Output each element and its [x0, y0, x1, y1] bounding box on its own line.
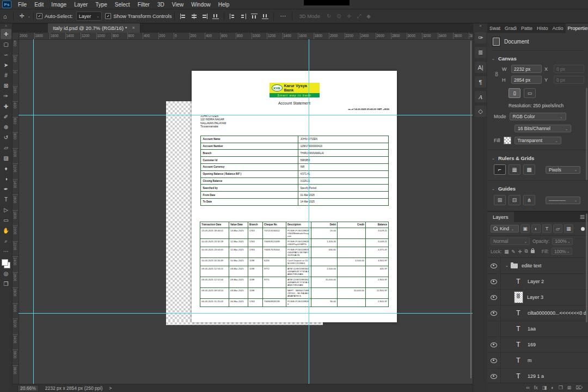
layer-filter-icon[interactable]: ◐ [531, 224, 541, 233]
panel-tab[interactable]: Properties [566, 23, 588, 33]
status-chevron-icon[interactable]: > [109, 385, 112, 391]
layers-tab[interactable]: Layers [487, 212, 514, 222]
layers-action-icon[interactable]: fx [534, 385, 538, 390]
move-tool-icon[interactable]: ✛ [16, 13, 28, 20]
panel-tab[interactable]: Actio [550, 23, 566, 33]
show-transform-checkbox[interactable]: ✓ [105, 13, 111, 19]
lock-option-icon[interactable]: ✎ [511, 249, 515, 254]
3d-mode-icon[interactable]: ↻ [324, 13, 334, 20]
tool-button[interactable]: ✛ [1, 29, 11, 39]
layer-filter-dropdown[interactable]: Kind ⌄ [491, 225, 519, 232]
dock-panel-icon[interactable]: ¶ [475, 76, 486, 88]
more-options-icon[interactable]: ⋯ [277, 13, 289, 20]
align-left-icon[interactable] [180, 14, 186, 19]
quick-mask-button[interactable]: ◎ [1, 268, 11, 279]
layers-action-icon[interactable]: ⊞ [567, 385, 572, 390]
landscape-orientation-button[interactable]: ▭ [524, 88, 536, 98]
3d-mode-icon[interactable]: ✛ [344, 13, 354, 20]
layers-scrollbar[interactable] [586, 213, 587, 322]
menu-item[interactable]: Filter [134, 2, 154, 8]
menu-item[interactable]: File [14, 2, 30, 8]
color-mode-dropdown[interactable]: RGB Color⌄ [510, 113, 566, 120]
tool-button[interactable]: ✐ [1, 112, 11, 122]
guide-vertical[interactable] [309, 39, 309, 384]
tool-button[interactable]: ✒ [1, 184, 11, 194]
layer-row[interactable]: ⌄ T edite text [487, 258, 588, 274]
layers-action-icon[interactable]: ◐ [551, 385, 554, 390]
link-dimensions-icon[interactable]: 8 [494, 71, 499, 77]
panel-tab[interactable]: Gradi [503, 23, 519, 33]
lock-option-icon[interactable]: ✛ [518, 249, 522, 254]
tool-button[interactable]: ▱ [1, 143, 11, 153]
3d-mode-icon[interactable]: ⤢ [354, 13, 364, 20]
guide-horizontal[interactable] [19, 313, 473, 314]
guides-button[interactable]: ⊟ [509, 195, 520, 205]
canvas-scrollbar[interactable] [470, 41, 471, 378]
tool-button[interactable]: ➤ [1, 60, 11, 70]
menu-item[interactable]: Window [187, 2, 215, 8]
tool-button[interactable]: ⋯ [1, 246, 11, 256]
lock-option-icon[interactable]: ▦ [504, 249, 509, 254]
visibility-toggle[interactable] [487, 290, 501, 305]
lock-option-icon[interactable] [531, 248, 535, 254]
tool-button[interactable]: ↺ [1, 132, 11, 143]
zoom-level-field[interactable]: 20.66% [17, 385, 39, 392]
tool-button[interactable]: ⌕ [1, 236, 11, 246]
panel-tab[interactable]: Patte [519, 23, 535, 33]
tool-button[interactable]: ▨ [1, 153, 11, 163]
visibility-toggle[interactable] [487, 258, 501, 273]
layer-row[interactable]: ⌄ T 129 1 a [487, 369, 588, 384]
layer-name[interactable]: m [528, 358, 532, 363]
distribute-right-icon[interactable] [240, 14, 247, 19]
close-icon[interactable]: × [132, 25, 134, 30]
canvas-area[interactable]: 2000180016001400120010008006004002000200… [12, 33, 473, 384]
layer-filter-icon[interactable]: T [542, 224, 552, 233]
layers-action-icon[interactable]: ❐ [559, 385, 563, 390]
align-center-icon[interactable] [191, 14, 197, 19]
layer-name[interactable]: 1aa [528, 326, 536, 332]
panel-tab[interactable]: Swat [487, 23, 503, 33]
layer-name[interactable]: 169 [528, 342, 536, 347]
3d-mode-icon[interactable]: ◆ [364, 13, 373, 20]
height-field[interactable]: 2854 px [511, 76, 542, 84]
rulers-grids-section-header[interactable]: ⌄ Rulers & Grids [492, 155, 584, 161]
menu-item[interactable]: Layer [70, 2, 91, 8]
menu-item[interactable]: Edit [30, 2, 47, 8]
color-swatches[interactable] [2, 259, 10, 268]
distribute-left-icon[interactable] [229, 14, 236, 19]
document-tab[interactable]: Italy id.psd @ 20.7% (RGB/16) * × [48, 23, 140, 33]
tool-button[interactable]: ✋ [1, 225, 11, 236]
tool-button[interactable]: ∽ [1, 50, 11, 60]
home-icon[interactable]: ⌂ [0, 13, 10, 20]
layer-filter-icon[interactable]: ▱ [553, 224, 562, 233]
tool-button[interactable]: ▷ [1, 205, 11, 215]
layer-name[interactable]: Layer 3 [527, 295, 543, 300]
3d-mode-icon[interactable]: ⊙ [334, 13, 344, 20]
tool-button[interactable]: ▢ [1, 39, 11, 50]
rulers-grid-button[interactable]: ⌐ [494, 164, 506, 175]
expand-group-icon[interactable]: ⌄ [505, 264, 509, 268]
tool-button[interactable]: # [1, 70, 11, 81]
visibility-toggle[interactable] [487, 337, 501, 352]
dock-panel-icon[interactable]: A [475, 91, 486, 102]
ruler-units-dropdown[interactable]: Pixels⌄ [546, 166, 580, 174]
fill-swatch[interactable] [504, 137, 511, 144]
menu-item[interactable]: Help [215, 2, 234, 8]
tool-button[interactable]: ▭ [1, 215, 11, 225]
menu-item[interactable]: Select [111, 2, 134, 8]
blend-mode-dropdown[interactable]: Normal⌄ [491, 237, 530, 245]
auto-select-dropdown[interactable]: Layer⌄ [76, 11, 102, 21]
tool-button[interactable]: ⊕ [1, 122, 11, 132]
guides-button[interactable]: ⊞ [494, 195, 506, 205]
screen-mode-button[interactable]: ❐ [1, 279, 11, 289]
dock-panel-icon[interactable]: A| [475, 62, 486, 73]
layer-row[interactable]: ⌄ T Layer 2 [487, 274, 588, 290]
menu-item[interactable]: Type [91, 2, 111, 8]
layers-action-icon[interactable]: ⌦ [575, 385, 583, 390]
layer-filter-icon[interactable]: ▦ [564, 224, 573, 233]
layer-filter-icon[interactable]: ▣ [520, 224, 530, 233]
layer-name[interactable]: cilta0000000...<<<<<<<0 d [528, 310, 586, 316]
tool-button[interactable]: ✑ [1, 91, 11, 101]
visibility-toggle[interactable] [487, 305, 501, 321]
document-page[interactable]: KVB Karur Vysya Bank Smart way to bank A… [192, 71, 397, 322]
